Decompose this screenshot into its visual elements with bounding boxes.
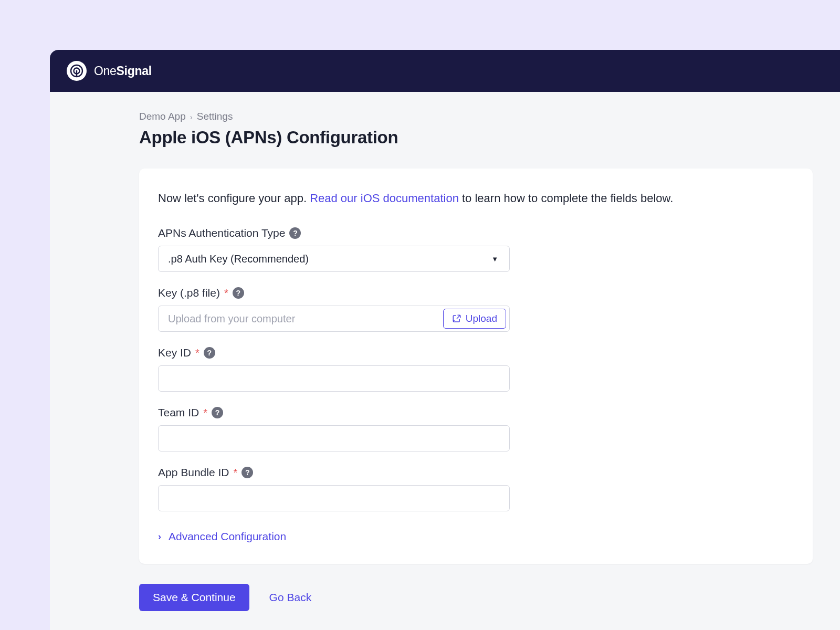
required-marker: * (233, 467, 237, 479)
required-marker: * (203, 407, 207, 419)
field-team-id: Team ID * ? (158, 406, 794, 452)
docs-link[interactable]: Read our iOS documentation (310, 192, 459, 205)
auth-type-select-wrap: ▼ (158, 246, 510, 272)
key-file-input[interactable]: Upload from your computer Upload (158, 306, 510, 332)
key-file-placeholder: Upload from your computer (168, 313, 443, 325)
team-id-label-row: Team ID * ? (158, 406, 794, 419)
brand-name: OneSignal (94, 64, 152, 78)
team-id-input[interactable] (158, 425, 510, 452)
field-key-id: Key ID * ? (158, 346, 794, 392)
intro-before: Now let's configure your app. (158, 192, 310, 205)
onesignal-logo-icon (67, 61, 87, 81)
auth-type-label-row: APNs Authentication Type ? (158, 227, 794, 239)
intro-text: Now let's configure your app. Read our i… (158, 190, 794, 207)
key-file-label-row: Key (.p8 file) * ? (158, 287, 794, 299)
help-icon[interactable]: ? (242, 467, 253, 478)
key-file-label: Key (.p8 file) (158, 287, 220, 299)
chevron-right-icon: › (190, 112, 193, 121)
help-icon[interactable]: ? (233, 287, 244, 299)
upload-button[interactable]: Upload (443, 309, 506, 329)
bundle-id-input[interactable] (158, 485, 510, 511)
key-id-input[interactable] (158, 365, 510, 392)
help-icon[interactable]: ? (289, 227, 301, 239)
team-id-label: Team ID (158, 406, 199, 419)
breadcrumb-app[interactable]: Demo App (139, 111, 186, 122)
upload-button-label: Upload (466, 313, 497, 324)
auth-type-select[interactable] (158, 246, 510, 272)
top-bar: OneSignal (50, 50, 840, 92)
field-key-file: Key (.p8 file) * ? Upload from your comp… (158, 287, 794, 332)
intro-after: to learn how to complete the fields belo… (459, 192, 673, 205)
chevron-right-icon: › (158, 531, 161, 542)
field-auth-type: APNs Authentication Type ? ▼ (158, 227, 794, 272)
help-icon[interactable]: ? (204, 347, 215, 359)
config-card: Now let's configure your app. Read our i… (139, 169, 813, 564)
upload-icon (452, 314, 461, 323)
advanced-label: Advanced Configuration (169, 530, 286, 543)
brand-name-bold: Signal (117, 64, 152, 78)
required-marker: * (224, 287, 228, 299)
svg-rect-2 (76, 70, 77, 77)
brand-name-prefix: One (94, 64, 117, 78)
field-bundle-id: App Bundle ID * ? (158, 466, 794, 511)
help-icon[interactable]: ? (212, 407, 223, 418)
advanced-configuration-toggle[interactable]: › Advanced Configuration (158, 530, 794, 543)
auth-type-label: APNs Authentication Type (158, 227, 285, 239)
brand-logo[interactable]: OneSignal (67, 61, 152, 81)
save-continue-button[interactable]: Save & Continue (139, 584, 249, 611)
bundle-id-label: App Bundle ID (158, 466, 229, 479)
go-back-link[interactable]: Go Back (269, 591, 312, 604)
key-id-label: Key ID (158, 346, 191, 359)
page-title: Apple iOS (APNs) Configuration (139, 128, 840, 148)
page-content: Demo App › Settings Apple iOS (APNs) Con… (50, 92, 840, 611)
required-marker: * (195, 347, 200, 359)
breadcrumb: Demo App › Settings (139, 111, 840, 122)
bundle-id-label-row: App Bundle ID * ? (158, 466, 794, 479)
breadcrumb-section[interactable]: Settings (197, 111, 233, 122)
action-buttons: Save & Continue Go Back (139, 584, 840, 611)
key-id-label-row: Key ID * ? (158, 346, 794, 359)
app-window: OneSignal Demo App › Settings Apple iOS … (50, 50, 840, 630)
